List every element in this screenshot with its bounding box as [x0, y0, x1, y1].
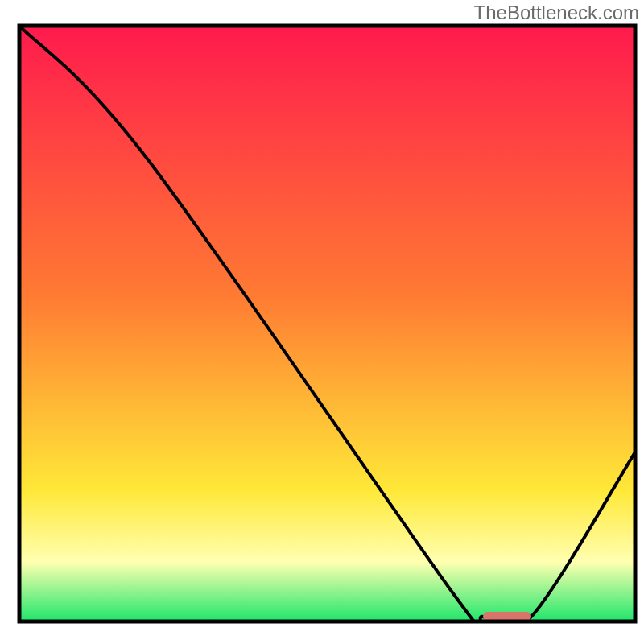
- watermark-text: TheBottleneck.com: [474, 2, 639, 24]
- chart-container: TheBottleneck.com: [0, 0, 644, 644]
- chart-svg: [0, 0, 644, 644]
